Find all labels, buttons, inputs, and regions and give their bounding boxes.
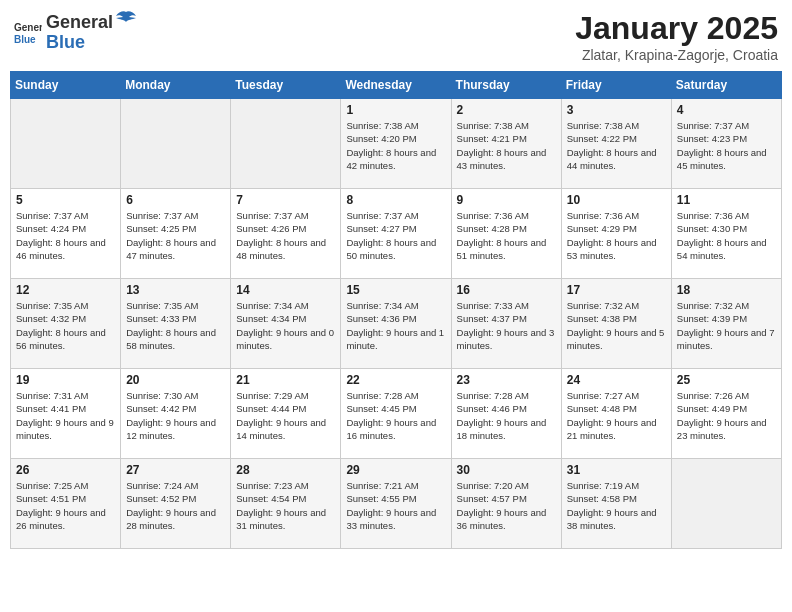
calendar-cell: 27Sunrise: 7:24 AM Sunset: 4:52 PM Dayli… [121, 459, 231, 549]
calendar-cell: 1Sunrise: 7:38 AM Sunset: 4:20 PM Daylig… [341, 99, 451, 189]
weekday-header-wednesday: Wednesday [341, 72, 451, 99]
day-info: Sunrise: 7:23 AM Sunset: 4:54 PM Dayligh… [236, 479, 335, 532]
day-number: 8 [346, 193, 445, 207]
calendar-cell: 6Sunrise: 7:37 AM Sunset: 4:25 PM Daylig… [121, 189, 231, 279]
day-number: 14 [236, 283, 335, 297]
day-number: 23 [457, 373, 556, 387]
day-info: Sunrise: 7:35 AM Sunset: 4:32 PM Dayligh… [16, 299, 115, 352]
calendar-week-row: 12Sunrise: 7:35 AM Sunset: 4:32 PM Dayli… [11, 279, 782, 369]
calendar-cell: 29Sunrise: 7:21 AM Sunset: 4:55 PM Dayli… [341, 459, 451, 549]
title-block: January 2025 Zlatar, Krapina-Zagorje, Cr… [575, 10, 778, 63]
calendar-location: Zlatar, Krapina-Zagorje, Croatia [575, 47, 778, 63]
day-info: Sunrise: 7:37 AM Sunset: 4:23 PM Dayligh… [677, 119, 776, 172]
calendar-cell: 10Sunrise: 7:36 AM Sunset: 4:29 PM Dayli… [561, 189, 671, 279]
day-number: 21 [236, 373, 335, 387]
calendar-cell: 9Sunrise: 7:36 AM Sunset: 4:28 PM Daylig… [451, 189, 561, 279]
calendar-week-row: 1Sunrise: 7:38 AM Sunset: 4:20 PM Daylig… [11, 99, 782, 189]
svg-text:Blue: Blue [14, 34, 36, 45]
day-number: 10 [567, 193, 666, 207]
weekday-header-thursday: Thursday [451, 72, 561, 99]
calendar-body: 1Sunrise: 7:38 AM Sunset: 4:20 PM Daylig… [11, 99, 782, 549]
calendar-cell: 13Sunrise: 7:35 AM Sunset: 4:33 PM Dayli… [121, 279, 231, 369]
day-info: Sunrise: 7:36 AM Sunset: 4:28 PM Dayligh… [457, 209, 556, 262]
weekday-header-monday: Monday [121, 72, 231, 99]
day-info: Sunrise: 7:35 AM Sunset: 4:33 PM Dayligh… [126, 299, 225, 352]
day-info: Sunrise: 7:37 AM Sunset: 4:27 PM Dayligh… [346, 209, 445, 262]
day-number: 9 [457, 193, 556, 207]
page-header: General Blue General Blue January 2025 Z… [10, 10, 782, 63]
day-number: 24 [567, 373, 666, 387]
calendar-cell: 3Sunrise: 7:38 AM Sunset: 4:22 PM Daylig… [561, 99, 671, 189]
logo-blue-text: Blue [46, 32, 85, 52]
day-info: Sunrise: 7:36 AM Sunset: 4:29 PM Dayligh… [567, 209, 666, 262]
day-number: 5 [16, 193, 115, 207]
calendar-cell: 2Sunrise: 7:38 AM Sunset: 4:21 PM Daylig… [451, 99, 561, 189]
calendar-cell: 30Sunrise: 7:20 AM Sunset: 4:57 PM Dayli… [451, 459, 561, 549]
day-info: Sunrise: 7:28 AM Sunset: 4:45 PM Dayligh… [346, 389, 445, 442]
day-number: 26 [16, 463, 115, 477]
day-number: 30 [457, 463, 556, 477]
day-info: Sunrise: 7:21 AM Sunset: 4:55 PM Dayligh… [346, 479, 445, 532]
day-number: 18 [677, 283, 776, 297]
calendar-cell [121, 99, 231, 189]
day-info: Sunrise: 7:37 AM Sunset: 4:26 PM Dayligh… [236, 209, 335, 262]
day-number: 12 [16, 283, 115, 297]
calendar-cell: 8Sunrise: 7:37 AM Sunset: 4:27 PM Daylig… [341, 189, 451, 279]
calendar-cell: 5Sunrise: 7:37 AM Sunset: 4:24 PM Daylig… [11, 189, 121, 279]
day-info: Sunrise: 7:28 AM Sunset: 4:46 PM Dayligh… [457, 389, 556, 442]
day-number: 20 [126, 373, 225, 387]
calendar-cell: 12Sunrise: 7:35 AM Sunset: 4:32 PM Dayli… [11, 279, 121, 369]
day-info: Sunrise: 7:32 AM Sunset: 4:38 PM Dayligh… [567, 299, 666, 352]
day-info: Sunrise: 7:20 AM Sunset: 4:57 PM Dayligh… [457, 479, 556, 532]
day-number: 3 [567, 103, 666, 117]
calendar-cell: 4Sunrise: 7:37 AM Sunset: 4:23 PM Daylig… [671, 99, 781, 189]
day-info: Sunrise: 7:27 AM Sunset: 4:48 PM Dayligh… [567, 389, 666, 442]
day-info: Sunrise: 7:29 AM Sunset: 4:44 PM Dayligh… [236, 389, 335, 442]
calendar-cell: 25Sunrise: 7:26 AM Sunset: 4:49 PM Dayli… [671, 369, 781, 459]
day-number: 11 [677, 193, 776, 207]
calendar-cell: 20Sunrise: 7:30 AM Sunset: 4:42 PM Dayli… [121, 369, 231, 459]
day-info: Sunrise: 7:24 AM Sunset: 4:52 PM Dayligh… [126, 479, 225, 532]
calendar-cell: 19Sunrise: 7:31 AM Sunset: 4:41 PM Dayli… [11, 369, 121, 459]
calendar-cell: 16Sunrise: 7:33 AM Sunset: 4:37 PM Dayli… [451, 279, 561, 369]
calendar-title: January 2025 [575, 10, 778, 47]
day-number: 29 [346, 463, 445, 477]
calendar-cell: 18Sunrise: 7:32 AM Sunset: 4:39 PM Dayli… [671, 279, 781, 369]
day-info: Sunrise: 7:33 AM Sunset: 4:37 PM Dayligh… [457, 299, 556, 352]
calendar-week-row: 26Sunrise: 7:25 AM Sunset: 4:51 PM Dayli… [11, 459, 782, 549]
day-info: Sunrise: 7:34 AM Sunset: 4:34 PM Dayligh… [236, 299, 335, 352]
day-info: Sunrise: 7:26 AM Sunset: 4:49 PM Dayligh… [677, 389, 776, 442]
calendar-cell: 17Sunrise: 7:32 AM Sunset: 4:38 PM Dayli… [561, 279, 671, 369]
calendar-table: SundayMondayTuesdayWednesdayThursdayFrid… [10, 71, 782, 549]
day-number: 22 [346, 373, 445, 387]
calendar-cell: 22Sunrise: 7:28 AM Sunset: 4:45 PM Dayli… [341, 369, 451, 459]
calendar-cell: 15Sunrise: 7:34 AM Sunset: 4:36 PM Dayli… [341, 279, 451, 369]
calendar-cell: 21Sunrise: 7:29 AM Sunset: 4:44 PM Dayli… [231, 369, 341, 459]
svg-text:General: General [14, 22, 42, 33]
calendar-cell: 26Sunrise: 7:25 AM Sunset: 4:51 PM Dayli… [11, 459, 121, 549]
day-number: 27 [126, 463, 225, 477]
day-number: 31 [567, 463, 666, 477]
day-number: 16 [457, 283, 556, 297]
day-info: Sunrise: 7:37 AM Sunset: 4:24 PM Dayligh… [16, 209, 115, 262]
logo: General Blue General Blue [14, 10, 137, 53]
day-number: 28 [236, 463, 335, 477]
day-number: 19 [16, 373, 115, 387]
logo-general-text: General [46, 13, 113, 33]
weekday-header-sunday: Sunday [11, 72, 121, 99]
day-number: 4 [677, 103, 776, 117]
logo-bird-icon [116, 10, 136, 28]
day-number: 2 [457, 103, 556, 117]
day-number: 15 [346, 283, 445, 297]
day-number: 6 [126, 193, 225, 207]
day-info: Sunrise: 7:36 AM Sunset: 4:30 PM Dayligh… [677, 209, 776, 262]
calendar-cell: 24Sunrise: 7:27 AM Sunset: 4:48 PM Dayli… [561, 369, 671, 459]
calendar-week-row: 5Sunrise: 7:37 AM Sunset: 4:24 PM Daylig… [11, 189, 782, 279]
calendar-cell: 11Sunrise: 7:36 AM Sunset: 4:30 PM Dayli… [671, 189, 781, 279]
day-info: Sunrise: 7:19 AM Sunset: 4:58 PM Dayligh… [567, 479, 666, 532]
day-info: Sunrise: 7:38 AM Sunset: 4:20 PM Dayligh… [346, 119, 445, 172]
day-number: 13 [126, 283, 225, 297]
day-info: Sunrise: 7:25 AM Sunset: 4:51 PM Dayligh… [16, 479, 115, 532]
calendar-cell: 23Sunrise: 7:28 AM Sunset: 4:46 PM Dayli… [451, 369, 561, 459]
day-info: Sunrise: 7:38 AM Sunset: 4:22 PM Dayligh… [567, 119, 666, 172]
